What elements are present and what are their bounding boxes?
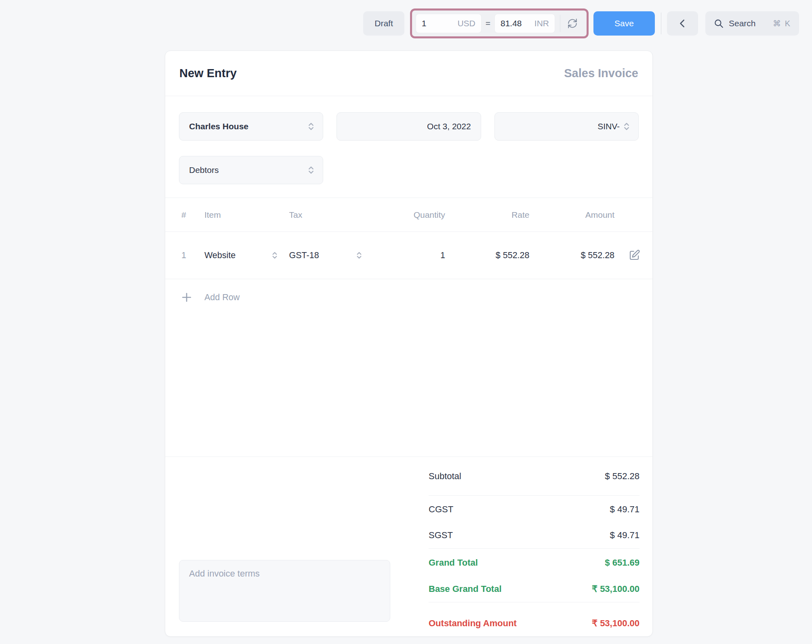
search-button[interactable]: Search ⌘ K: [705, 11, 799, 36]
column-header-item: Item: [204, 210, 289, 220]
from-currency-value: 1: [422, 19, 427, 28]
search-icon: [713, 18, 724, 29]
card-footer: Subtotal $ 552.28 CGST $ 49.71 SGST $ 49…: [165, 457, 652, 636]
column-header-hash: #: [181, 210, 204, 220]
chevron-left-icon: [678, 19, 687, 28]
grand-total-row: Grand Total $ 651.69: [429, 549, 640, 576]
status-badge-label: Draft: [374, 19, 393, 28]
date-field[interactable]: Oct 3, 2022: [337, 112, 481, 141]
items-table-header: # Item Tax Quantity Rate Amount: [165, 198, 652, 232]
sgst-row: SGST $ 49.71: [429, 522, 640, 548]
equals-sign: =: [486, 19, 490, 28]
item-select-value: Website: [204, 250, 236, 261]
rate-input[interactable]: $ 552.28: [445, 250, 530, 261]
sgst-label: SGST: [429, 530, 453, 541]
item-select[interactable]: Website: [204, 250, 289, 261]
search-shortcut: ⌘ K: [773, 19, 791, 28]
chevron-up-down-icon: [307, 122, 316, 131]
number-series-select[interactable]: SINV-: [494, 112, 639, 141]
exchange-divider: [560, 15, 560, 32]
exchange-rate-highlight: 1 USD = 81.48 INR: [410, 8, 589, 38]
column-header-item-label: Item: [204, 210, 221, 220]
party-select[interactable]: Charles House: [179, 112, 323, 141]
to-currency-input[interactable]: 81.48 INR: [494, 14, 555, 33]
outstanding-amount-label: Outstanding Amount: [429, 618, 517, 629]
base-grand-total-value: ₹ 53,100.00: [592, 584, 640, 594]
cgst-row: CGST $ 49.71: [429, 497, 640, 522]
refresh-icon: [567, 18, 578, 29]
invoice-terms-input[interactable]: [179, 560, 390, 622]
amount-value: $ 552.28: [529, 250, 614, 261]
toolbar: Draft 1 USD = 81.48 INR: [363, 8, 799, 38]
base-grand-total-row: Base Grand Total ₹ 53,100.00: [429, 576, 640, 602]
to-currency-value: 81.48: [501, 19, 522, 28]
add-row-label: Add Row: [204, 293, 240, 303]
party-select-value: Charles House: [189, 122, 307, 131]
outstanding-amount-row: Outstanding Amount ₹ 53,100.00: [429, 609, 640, 637]
column-header-rate: Rate: [445, 210, 530, 220]
doctype-label: Sales Invoice: [564, 67, 638, 80]
form-empty-cell: [494, 156, 639, 184]
chevron-up-down-icon: [271, 251, 279, 259]
column-header-tax: Tax: [289, 210, 374, 220]
card-body-spacer: [165, 316, 652, 457]
cgst-value: $ 49.71: [610, 504, 640, 515]
status-badge: Draft: [363, 11, 404, 36]
column-header-tax-label: Tax: [289, 210, 303, 220]
quantity-input[interactable]: 1: [374, 250, 445, 261]
totals-divider: [429, 602, 640, 602]
from-currency-code: USD: [457, 19, 475, 28]
table-row: 1 Website GST-18 1 $ 552.28 $ 552.28: [165, 232, 652, 279]
account-select-value: Debtors: [189, 165, 307, 175]
invoice-form-card: New Entry Sales Invoice Charles House Oc…: [165, 51, 653, 637]
form-empty-cell: [337, 156, 481, 184]
save-button-label: Save: [614, 19, 634, 28]
exchange-rate-widget: 1 USD = 81.48 INR: [413, 12, 585, 35]
subtotal-value: $ 552.28: [605, 471, 640, 482]
totals-panel: Subtotal $ 552.28 CGST $ 49.71 SGST $ 49…: [429, 457, 640, 637]
add-row-button[interactable]: Add Row: [165, 279, 652, 316]
chevron-up-down-icon: [355, 251, 363, 259]
plus-icon: [181, 292, 192, 303]
toolbar-divider: [661, 13, 661, 34]
column-header-quantity: Quantity: [374, 210, 445, 220]
to-currency-code: INR: [534, 19, 549, 28]
chevron-up-down-icon: [622, 122, 631, 131]
edit-row-icon[interactable]: [628, 249, 640, 261]
save-button[interactable]: Save: [593, 11, 655, 36]
cgst-label: CGST: [429, 504, 453, 515]
card-header: New Entry Sales Invoice: [165, 51, 652, 96]
tax-select[interactable]: GST-18: [289, 250, 374, 261]
base-grand-total-label: Base Grand Total: [429, 584, 502, 594]
grand-total-value: $ 651.69: [605, 558, 640, 568]
totals-divider: [429, 548, 640, 549]
tax-select-value: GST-18: [289, 250, 319, 261]
column-header-amount: Amount: [529, 210, 614, 220]
outstanding-amount-value: ₹ 53,100.00: [592, 618, 640, 629]
from-currency-input[interactable]: 1 USD: [416, 14, 482, 33]
account-select[interactable]: Debtors: [179, 156, 323, 184]
refresh-rate-button[interactable]: [562, 14, 583, 33]
date-field-value: Oct 3, 2022: [347, 122, 473, 131]
form-section: Charles House Oct 3, 2022 SINV- Debtors: [165, 96, 652, 198]
row-index: 1: [181, 250, 204, 261]
page-title: New Entry: [179, 67, 237, 80]
grand-total-label: Grand Total: [429, 558, 478, 568]
number-series-value: SINV-: [505, 122, 622, 131]
subtotal-label: Subtotal: [429, 471, 461, 482]
sgst-value: $ 49.71: [610, 530, 640, 541]
back-button[interactable]: [667, 11, 698, 36]
chevron-up-down-icon: [307, 166, 316, 175]
subtotal-row: Subtotal $ 552.28: [429, 457, 640, 496]
search-button-label: Search: [729, 19, 756, 28]
